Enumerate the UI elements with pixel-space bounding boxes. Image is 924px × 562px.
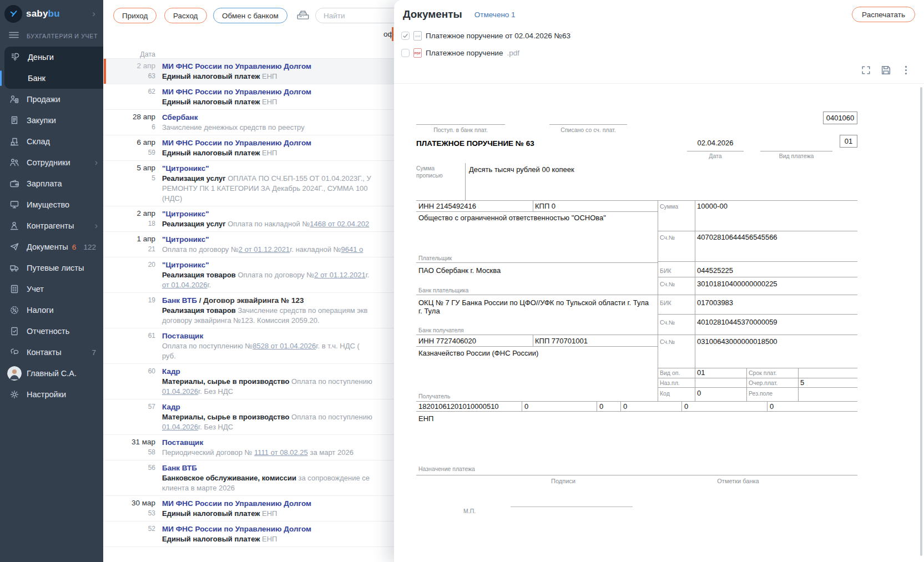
list-row-53[interactable]: 30 мар53МИ ФНС России по Управлению Долг… bbox=[103, 496, 394, 522]
description-link[interactable]: 1468 от 02.04.202 bbox=[310, 220, 369, 228]
description-link[interactable]: 01.04.2026 bbox=[162, 423, 198, 431]
row-title-link[interactable]: Банк ВТБ bbox=[162, 296, 197, 305]
row-description: Реализация услуг ОПЛАТА ПО СЧ.БП-155 ОТ … bbox=[162, 174, 394, 204]
sidebar-item-property[interactable]: Имущество bbox=[0, 194, 103, 215]
checkbox-checked[interactable] bbox=[401, 32, 410, 40]
row-body: ПоставщикПериодический договор № 1111 от… bbox=[162, 437, 394, 458]
income-button[interactable]: Приход bbox=[113, 8, 156, 23]
list-row-58[interactable]: 31 мар58ПоставщикПериодический договор №… bbox=[103, 435, 394, 460]
list-row-6[interactable]: 28 апр6СбербанкЗачисление денежных средс… bbox=[103, 110, 394, 135]
form-line bbox=[687, 151, 744, 151]
sidebar-item-warehouse[interactable]: Склад bbox=[0, 131, 103, 152]
description-link[interactable]: от 01.04.2026 bbox=[162, 281, 208, 289]
row-title-link[interactable]: Кадр bbox=[162, 403, 180, 411]
row-body: МИ ФНС России по Управлению ДолгомЕдиный… bbox=[162, 138, 394, 158]
row-number: 56 bbox=[103, 463, 155, 473]
description-text: ЕНП bbox=[260, 535, 277, 543]
sidebar-item-money[interactable]: Деньги bbox=[4, 47, 103, 68]
sidebar-item-settings[interactable]: Настройки bbox=[0, 384, 103, 405]
row-title-link[interactable]: "Цитроникс" bbox=[162, 261, 209, 269]
list-row-63[interactable]: 2 апр63МИ ФНС России по Управлению Долго… bbox=[103, 59, 394, 84]
save-icon[interactable] bbox=[880, 64, 892, 76]
sidebar-item-user[interactable]: Главный С.А. bbox=[0, 363, 103, 384]
sidebar-item-sales[interactable]: Продажи bbox=[0, 89, 103, 110]
sidebar-item-accounting[interactable]: Учет bbox=[0, 279, 103, 300]
list-row-61[interactable]: 61ПоставщикОплата по поступлению №8528 о… bbox=[103, 328, 394, 364]
row-title-link[interactable]: МИ ФНС России по Управлению Долгом bbox=[162, 88, 311, 96]
description-text: Зачисление денежных средств по реестру bbox=[162, 123, 305, 131]
row-title-line: "Цитроникс" bbox=[162, 163, 394, 174]
row-title-link[interactable]: "Цитроникс" bbox=[162, 210, 209, 218]
sidebar-item-bank[interactable]: Банк bbox=[4, 68, 103, 89]
print-button[interactable]: Распечатать bbox=[852, 7, 915, 22]
form-line bbox=[465, 163, 466, 200]
list-row-18[interactable]: 2 апр18"Цитроникс"Реализация услуг Оплат… bbox=[103, 206, 394, 232]
list-row-57[interactable]: 57КадрМатериалы, сырье в производство Оп… bbox=[103, 399, 394, 435]
row-title-extra: / Договор эквайринга № 123 bbox=[197, 296, 304, 305]
description-link[interactable]: 1111 от 08.02.25 bbox=[254, 448, 308, 457]
sidebar-item-salary[interactable]: Зарплата bbox=[0, 173, 103, 194]
row-number: 57 bbox=[103, 402, 155, 412]
logo-row[interactable]: sabybu › bbox=[0, 0, 103, 24]
payer-name: Общество с ограниченной ответственностью… bbox=[418, 214, 606, 222]
description-link[interactable]: 2 от 01.12.2021 bbox=[314, 271, 365, 279]
taxes-icon bbox=[9, 305, 20, 316]
row-body: "Цитроникс"Реализация услуг ОПЛАТА ПО СЧ… bbox=[162, 163, 394, 204]
list-row-62[interactable]: 62МИ ФНС России по Управлению ДолгомЕдин… bbox=[103, 84, 394, 110]
row-title-link[interactable]: Сбербанк bbox=[162, 113, 198, 121]
list-row-59[interactable]: 6 апр59МИ ФНС России по Управлению Долго… bbox=[103, 135, 394, 161]
account-label: Сч.№ bbox=[660, 234, 675, 241]
expense-button[interactable]: Расход bbox=[164, 8, 207, 23]
list-row-5[interactable]: 5 апр5"Цитроникс"Реализация услуг ОПЛАТА… bbox=[103, 161, 394, 206]
chevron-right-icon[interactable]: › bbox=[92, 8, 95, 19]
debit-label: Списано со сч. плат. bbox=[549, 126, 627, 133]
list-row-20[interactable]: 20"Цитроникс"Реализация товаров Оплата п… bbox=[103, 257, 394, 293]
description-link[interactable]: 01.04.2026 bbox=[162, 387, 198, 396]
row-title-link[interactable]: Кадр bbox=[162, 367, 180, 376]
list-row-19[interactable]: 19Банк ВТБ / Договор эквайринга № 123Реа… bbox=[103, 293, 394, 328]
row-date-cell: 20 bbox=[103, 260, 155, 290]
row-title-link[interactable]: "Цитроникс" bbox=[162, 235, 209, 244]
row-title-link[interactable]: МИ ФНС России по Управлению Долгом bbox=[162, 525, 311, 533]
list-row-56[interactable]: 56Банк ВТББанковское обслуживание, комис… bbox=[103, 460, 394, 496]
row-title-link[interactable]: МИ ФНС России по Управлению Долгом bbox=[162, 139, 311, 147]
row-title-link[interactable]: МИ ФНС России по Управлению Долгом bbox=[162, 62, 311, 70]
row-title-link[interactable]: Поставщик bbox=[162, 332, 203, 340]
description-link[interactable]: 9641 о bbox=[341, 245, 363, 254]
marked-count-link[interactable]: Отмечено 1 bbox=[474, 11, 516, 19]
sidebar-item-reports[interactable]: Отчетность bbox=[0, 321, 103, 342]
hamburger-icon[interactable] bbox=[9, 31, 19, 41]
list-row-60[interactable]: 60КадрМатериалы, сырье в производство Оп… bbox=[103, 364, 394, 399]
row-title-link[interactable]: "Цитроникс" bbox=[162, 164, 209, 173]
sidebar-item-contractors[interactable]: Контрагенты› bbox=[0, 215, 103, 236]
sidebar-item-taxes[interactable]: Налоги bbox=[0, 300, 103, 321]
sidebar-item-label: Учет bbox=[27, 285, 44, 293]
sidebar-item-waybills[interactable]: Путевые листы bbox=[0, 257, 103, 279]
scrollbar[interactable] bbox=[920, 87, 922, 556]
search-input[interactable] bbox=[315, 8, 394, 23]
row-title-link[interactable]: МИ ФНС России по Управлению Долгом bbox=[162, 499, 311, 508]
row-title-link[interactable]: Банк ВТБ bbox=[162, 464, 197, 472]
row-body: "Цитроникс"Реализация товаров Оплата по … bbox=[162, 260, 394, 290]
sidebar-item-documents[interactable]: Документы6122 bbox=[0, 236, 103, 257]
doc-label[interactable]: Платежное поручение от 02.04.2026 №63 bbox=[426, 32, 570, 40]
kebab-menu-icon[interactable] bbox=[900, 64, 912, 76]
date-column-header[interactable]: Дата bbox=[103, 50, 155, 58]
panel-doc-item-0[interactable]: xmlПлатежное поручение от 02.04.2026 №63 bbox=[401, 31, 924, 41]
bank-exchange-button[interactable]: Обмен с банком bbox=[213, 8, 287, 23]
doc-label[interactable]: Платежное поручение bbox=[426, 49, 503, 57]
sidebar-item-employees[interactable]: Сотрудники› bbox=[0, 152, 103, 173]
cash-register-icon[interactable] bbox=[296, 8, 310, 22]
row-body: МИ ФНС России по Управлению ДолгомЕдиный… bbox=[162, 498, 394, 519]
row-title-link[interactable]: Поставщик bbox=[162, 438, 203, 447]
list-row-21[interactable]: 1 апр21"Цитроникс"Оплата по договору №2 … bbox=[103, 232, 394, 257]
description-text: г. Без НДС bbox=[198, 387, 233, 396]
list-row-52[interactable]: 52МИ ФНС России по Управлению ДолгомЕдин… bbox=[103, 522, 394, 547]
panel-doc-item-1[interactable]: PDFПлатежное поручение.pdf bbox=[401, 48, 924, 58]
fullscreen-icon[interactable] bbox=[860, 64, 872, 76]
sidebar-item-purchases[interactable]: Закупки bbox=[0, 110, 103, 131]
checkbox-unchecked[interactable] bbox=[401, 49, 410, 57]
sidebar-item-contacts[interactable]: Контакты7 bbox=[0, 342, 103, 363]
description-link[interactable]: 8528 от 01.04.2026 bbox=[253, 342, 316, 350]
description-link[interactable]: 2 от 01.12.2021 bbox=[239, 245, 290, 254]
